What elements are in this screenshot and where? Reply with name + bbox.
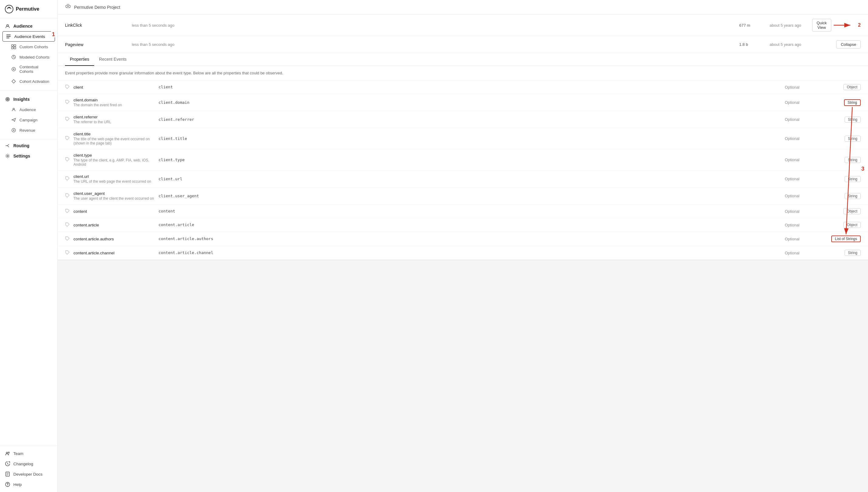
changelog-label: Changelog [14,462,33,466]
prop-tag-icon [65,84,73,90]
type-badge: String [845,117,861,123]
svg-rect-3 [6,34,10,35]
sidebar-item-developer-docs[interactable]: Developer Docs [0,469,57,479]
insights-icon [5,97,10,102]
permutive-logo-icon [5,5,14,14]
tab-properties[interactable]: Properties [65,53,94,66]
prop-optional: Optional [785,237,821,241]
event-action-pageview: Collapse [824,40,861,49]
help-icon [5,482,10,487]
settings-icon [5,153,10,159]
prop-name-col: content [73,209,159,214]
prop-optional: Optional [785,136,821,141]
prop-desc: The URL of the web page the event occurr… [73,179,159,183]
tab-recent-events[interactable]: Recent Events [94,53,132,66]
custom-cohorts-label: Custom Cohorts [19,45,48,49]
project-icon [65,4,71,10]
sidebar-logo: Permutive [0,0,57,19]
prop-optional: Optional [785,177,821,181]
event-time-pageview: less than 5 seconds ago [132,42,739,47]
property-row: content.article.authors content.article.… [58,232,868,246]
sidebar-audience-section: Audience Audience Events Custom Cohorts … [0,19,57,89]
prop-name: content.article [73,223,159,227]
project-title: Permutive Demo Project [74,5,120,10]
property-row: client.referrer The referrer to the URL … [58,111,868,128]
sidebar-item-insights[interactable]: Insights [0,94,57,104]
prop-type: Object [821,84,861,90]
prop-name-col: content.article.authors [73,237,159,241]
prop-name-col: client [73,85,159,90]
sidebar-item-help[interactable]: Help [0,479,57,490]
prop-type: String [821,99,861,106]
prop-key: client.url [159,177,785,181]
prop-tag-icon [65,222,73,228]
event-name-pageview: Pageview [65,42,132,47]
prop-name-col: client.title The title of the web page t… [73,132,159,145]
event-count-pageview: 1.8 b [739,42,770,47]
prop-key: client.title [159,136,785,141]
type-badge: String [845,157,861,163]
prop-type: Object [821,222,861,228]
sidebar-item-campaign[interactable]: Campaign [0,115,57,125]
sidebar-item-audience[interactable]: Audience [0,21,57,31]
property-row: client.type The type of the client, e.g.… [58,149,868,171]
prop-name: content.article.channel [73,251,159,255]
sidebar-item-changelog[interactable]: Changelog [0,459,57,469]
custom-cohorts-icon [11,44,17,49]
prop-name: content [73,209,159,214]
sidebar-item-routing[interactable]: Routing [0,141,57,151]
prop-desc: The user agent of the client the event o… [73,196,159,201]
properties-table: client client Optional Object client.dom… [58,80,868,260]
svg-rect-6 [11,45,14,46]
sidebar-item-modeled-cohorts[interactable]: Modeled Cohorts [0,52,57,62]
svg-point-22 [7,486,8,486]
sidebar-item-team[interactable]: Team [0,448,57,459]
modeled-cohorts-icon [11,54,17,60]
svg-point-0 [5,5,13,13]
sidebar-item-custom-cohorts[interactable]: Custom Cohorts [0,42,57,52]
audience-sub-icon [11,107,17,112]
event-count-linkclick: 677 m [739,23,770,28]
sidebar-item-contextual-cohorts[interactable]: Contextual Cohorts [0,62,57,76]
prop-name: client.referrer [73,115,159,119]
sidebar-item-revenue[interactable]: Revenue [0,125,57,136]
sidebar-item-audience-events[interactable]: Audience Events [2,31,55,42]
svg-point-19 [8,452,9,453]
property-row: client.url The URL of the web page the e… [58,171,868,188]
property-row: content.article content.article Optional… [58,218,868,232]
audience-icon [5,23,10,29]
prop-name: client.title [73,132,159,136]
sidebar-divider-2 [0,139,57,139]
prop-desc: The domain the event fired on [73,103,159,107]
prop-type: String [821,176,861,182]
prop-type: List of Strings [821,236,861,242]
property-row: client.domain The domain the event fired… [58,94,868,111]
prop-key: client.user_agent [159,194,785,198]
audience-events-label: Audience Events [14,34,45,39]
prop-tag-icon [65,193,73,199]
quick-view-button[interactable]: Quick View [812,19,831,31]
sidebar-item-settings[interactable]: Settings [0,151,57,161]
svg-rect-7 [14,45,16,46]
contextual-cohorts-icon [11,67,17,72]
prop-optional: Optional [785,223,821,227]
prop-key: client.type [159,157,785,163]
property-row: content content Optional Object [58,204,868,218]
collapse-button[interactable]: Collapse [836,40,861,49]
prop-name-col: client.referrer The referrer to the URL [73,115,159,124]
sidebar-insights-section: Insights Audience Campaign Revenue [0,92,57,138]
modeled-cohorts-label: Modeled Cohorts [19,55,49,59]
prop-optional: Optional [785,117,821,122]
prop-name: client [73,85,159,90]
audience-sub-label: Audience [19,107,36,112]
annotation-2-label: 2 [858,22,861,28]
sidebar-item-cohort-activation[interactable]: Cohort Activation [0,76,57,87]
event-name-linkclick: LinkClick [65,23,132,28]
team-label: Team [14,451,23,456]
prop-optional: Optional [785,194,821,198]
prop-key: content.article.authors [159,237,785,241]
sidebar-divider-1 [0,90,57,91]
sidebar-item-audience-sub[interactable]: Audience [0,104,57,115]
event-action-linkclick: Quick View 2 [824,19,861,31]
annotation-2-container: 2 [834,19,861,31]
